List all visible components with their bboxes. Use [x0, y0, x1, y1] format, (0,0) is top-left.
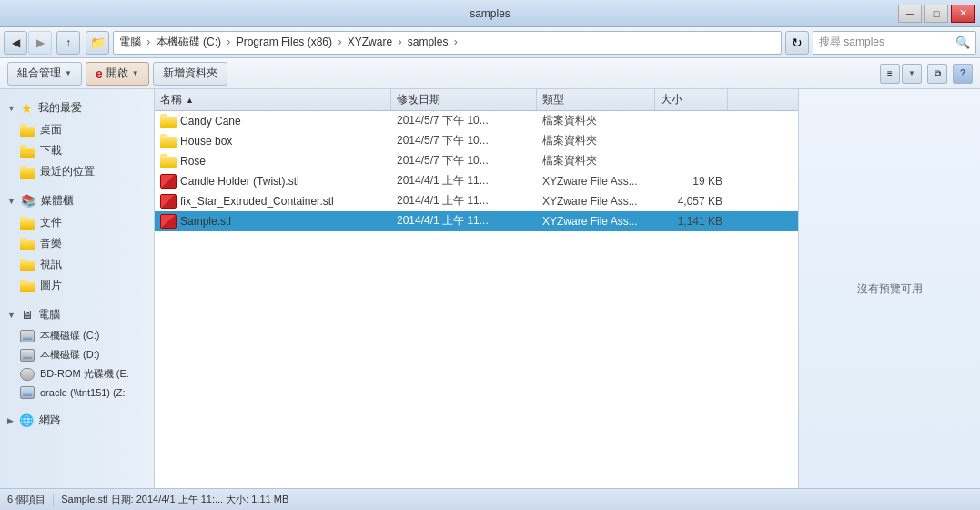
col-header-size[interactable]: 大小: [655, 89, 728, 110]
file-name: Rose: [155, 154, 391, 168]
organize-button[interactable]: 組合管理 ▼: [7, 62, 82, 86]
new-folder-button[interactable]: 新增資料夾: [153, 62, 227, 86]
sidebar-item-documents[interactable]: 文件: [0, 212, 154, 233]
view-list-button[interactable]: ≡: [880, 64, 900, 84]
sidebar-item-recent[interactable]: 最近的位置: [0, 161, 154, 182]
videos-label: 視訊: [40, 257, 62, 272]
network-label: 網路: [39, 413, 61, 428]
sort-arrow-name: ▲: [186, 96, 194, 105]
refresh-icon: ↻: [792, 36, 803, 50]
back-button[interactable]: ◀: [4, 31, 27, 55]
sidebar: ▼ ★ 我的最愛 桌面 下載 最近的位置 ▼ 📚 媒體櫃: [0, 89, 155, 488]
search-bar[interactable]: 搜尋 samples 🔍: [813, 31, 976, 55]
view-controls: ≡ ▼ ⧉ ?: [880, 64, 973, 84]
window-button[interactable]: ⧉: [927, 64, 947, 84]
file-name: Candy Cane: [155, 114, 391, 128]
stl-icon: [160, 174, 177, 189]
oracle-icon: [20, 386, 35, 399]
content-area: 名稱 ▲ 修改日期 類型 大小 Candy Cane 2014/5/7 下午 1…: [155, 89, 798, 488]
window-icon: ⧉: [935, 68, 941, 79]
col-header-date[interactable]: 修改日期: [391, 89, 537, 110]
view-dropdown-icon: ▼: [908, 69, 915, 77]
breadcrumb[interactable]: 電腦 › 本機磁碟 (C:) › Program Files (x86) › X…: [113, 31, 782, 55]
favorites-star-icon: ★: [21, 101, 33, 116]
music-folder-icon: [20, 238, 35, 250]
favorites-label: 我的最愛: [38, 100, 82, 116]
sidebar-item-desktop[interactable]: 桌面: [0, 119, 154, 140]
downloads-folder-icon: [20, 145, 35, 158]
recent-folder-icon: [20, 166, 35, 178]
view-list-icon: ≡: [887, 68, 893, 78]
col-header-type[interactable]: 類型: [537, 89, 655, 110]
downloads-label: 下載: [40, 143, 62, 158]
stl-icon: [160, 214, 177, 229]
file-name: House box: [155, 134, 391, 148]
table-row[interactable]: Candle Holder (Twist).stl 2014/4/1 上午 11…: [155, 171, 798, 191]
open-icon: e: [96, 66, 103, 81]
videos-folder-icon: [20, 259, 35, 271]
item-count: 6 個項目: [7, 493, 45, 506]
stl-icon: [160, 194, 177, 209]
media-header[interactable]: ▼ 📚 媒體櫃: [0, 189, 154, 212]
search-placeholder: 搜尋 samples: [819, 35, 884, 50]
forward-icon: ▶: [36, 36, 45, 49]
view-dropdown-button[interactable]: ▼: [902, 64, 922, 84]
col-header-name[interactable]: 名稱 ▲: [155, 89, 391, 110]
sidebar-item-bdrom[interactable]: BD-ROM 光碟機 (E:: [0, 364, 154, 383]
file-name: Sample.stl: [155, 214, 391, 229]
folder-icon: [160, 134, 177, 148]
computer-arrow: ▼: [7, 311, 15, 320]
back-icon: ◀: [12, 36, 20, 49]
recent-label: 最近的位置: [40, 164, 95, 179]
table-row[interactable]: House box 2014/5/7 下午 10... 檔案資料夾: [155, 131, 798, 151]
network-header[interactable]: ▶ 🌐 網路: [0, 409, 154, 432]
table-row[interactable]: Rose 2014/5/7 下午 10... 檔案資料夾: [155, 151, 798, 171]
address-bar: ◀ ▶ ↑ 📁 電腦 › 本機磁碟 (C:) › Program Files (…: [0, 27, 980, 58]
file-size: 4,057 KB: [655, 195, 728, 208]
sidebar-item-drive-d[interactable]: 本機磁碟 (D:): [0, 345, 154, 364]
forward-button[interactable]: ▶: [28, 31, 52, 55]
refresh-button[interactable]: ↻: [785, 31, 809, 55]
pictures-label: 圖片: [40, 278, 62, 293]
computer-label: 電腦: [38, 307, 60, 322]
column-header-row: 名稱 ▲ 修改日期 類型 大小: [155, 89, 798, 111]
preview-area: 沒有預覽可用: [798, 89, 980, 488]
table-row[interactable]: fix_Star_Extruded_Container.stl 2014/4/1…: [155, 191, 798, 211]
folder-icon: [160, 114, 177, 128]
pictures-folder-icon: [20, 280, 35, 292]
maximize-button[interactable]: □: [924, 5, 948, 23]
oracle-label: oracle (\\tnt151) (Z:: [40, 387, 126, 398]
sidebar-item-music[interactable]: 音樂: [0, 233, 154, 254]
computer-header[interactable]: ▼ 🖥 電腦: [0, 303, 154, 326]
breadcrumb-text: 電腦 › 本機磁碟 (C:) › Program Files (x86) › X…: [119, 35, 460, 50]
file-type: 檔案資料夾: [537, 153, 655, 168]
favorites-section: ▼ ★ 我的最愛 桌面 下載 最近的位置: [0, 97, 154, 182]
sidebar-item-drive-c[interactable]: 本機磁碟 (C:): [0, 326, 154, 345]
file-type: XYZware File Ass...: [537, 195, 655, 208]
network-section: ▶ 🌐 網路: [0, 409, 154, 432]
bdrom-label: BD-ROM 光碟機 (E:: [40, 367, 129, 381]
computer-section: ▼ 🖥 電腦 本機磁碟 (C:) 本機磁碟 (D:) BD-ROM 光碟機 (E…: [0, 303, 154, 402]
open-label: 開啟: [106, 66, 128, 81]
up-button[interactable]: ↑: [56, 31, 80, 55]
file-size: 19 KB: [655, 175, 728, 188]
documents-folder-icon: [20, 217, 35, 230]
table-row[interactable]: Candy Cane 2014/5/7 下午 10... 檔案資料夾: [155, 111, 798, 131]
minimize-button[interactable]: ─: [898, 5, 922, 23]
file-date: 2014/4/1 上午 11...: [391, 193, 537, 209]
sidebar-item-videos[interactable]: 視訊: [0, 254, 154, 275]
sidebar-item-pictures[interactable]: 圖片: [0, 275, 154, 296]
table-row[interactable]: Sample.stl 2014/4/1 上午 11... XYZware Fil…: [155, 211, 798, 231]
no-preview-text: 沒有預覽可用: [857, 281, 923, 297]
close-button[interactable]: ✕: [951, 5, 975, 23]
file-type: XYZware File Ass...: [537, 175, 655, 188]
favorites-header[interactable]: ▼ ★ 我的最愛: [0, 97, 154, 119]
file-name: fix_Star_Extruded_Container.stl: [155, 194, 391, 209]
toolbar: 組合管理 ▼ e 開啟 ▼ 新增資料夾 ≡ ▼ ⧉ ?: [0, 58, 980, 89]
media-section: ▼ 📚 媒體櫃 文件 音樂 視訊 圖片: [0, 189, 154, 296]
media-label: 媒體櫃: [41, 193, 74, 209]
help-button[interactable]: ?: [953, 64, 973, 84]
open-button[interactable]: e 開啟 ▼: [86, 62, 149, 86]
sidebar-item-oracle[interactable]: oracle (\\tnt151) (Z:: [0, 383, 154, 402]
sidebar-item-downloads[interactable]: 下載: [0, 140, 154, 161]
